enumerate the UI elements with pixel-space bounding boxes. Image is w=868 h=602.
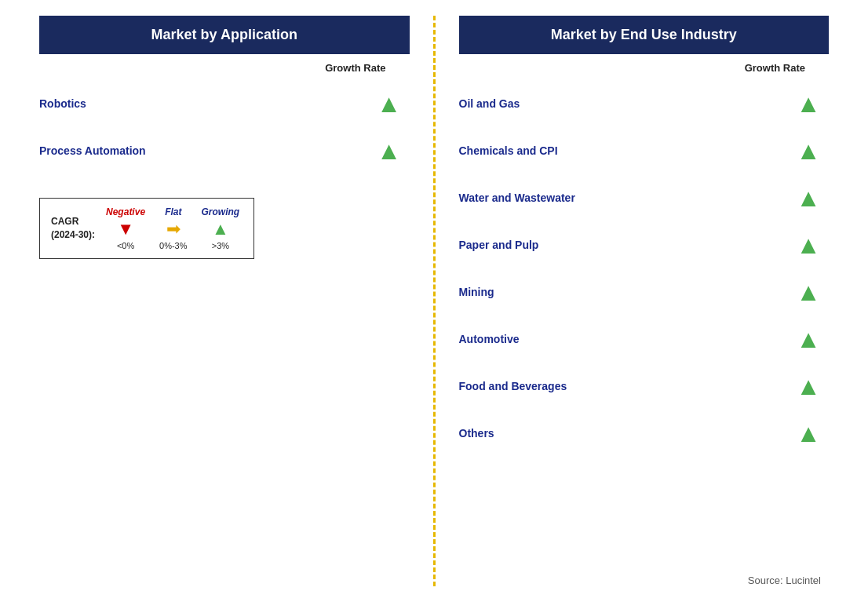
right-row-label: Automotive <box>459 333 520 345</box>
legend-negative-arrow: ▼ <box>117 219 134 239</box>
legend-flat-value: 0%-3% <box>159 241 187 250</box>
right-row-label: Chemicals and CPI <box>459 144 558 157</box>
legend-growing-value: >3% <box>212 241 229 250</box>
right-row-label: Food and Beverages <box>459 380 567 392</box>
right-row-item: Automotive ▲ <box>459 316 830 363</box>
divider <box>433 16 436 586</box>
left-row-label: Robotics <box>39 97 86 110</box>
right-up-arrow-icon: ▲ <box>796 91 821 116</box>
right-row-item: Oil and Gas ▲ <box>459 80 830 127</box>
legend-flat-label: Flat <box>165 206 181 217</box>
right-row-item: Water and Wastewater ▲ <box>459 174 830 221</box>
left-row-item: Robotics ▲ <box>39 80 410 127</box>
legend-growing-arrow: ▲ <box>212 219 229 239</box>
right-up-arrow-icon: ▲ <box>796 185 821 210</box>
left-up-arrow-icon: ▲ <box>377 138 402 163</box>
left-row-label: Process Automation <box>39 144 146 157</box>
right-up-arrow-icon: ▲ <box>796 374 821 399</box>
right-up-arrow-icon: ▲ <box>796 138 821 163</box>
left-panel-header: Market by Application <box>39 16 410 54</box>
legend-flat-arrow: ➡ <box>166 219 181 239</box>
legend-cagr-label: CAGR(2024-30): <box>51 215 95 242</box>
right-row-label: Oil and Gas <box>459 97 520 110</box>
right-row-label: Paper and Pulp <box>459 239 539 251</box>
right-growth-rate-label: Growth Rate <box>459 62 830 74</box>
legend-box: CAGR(2024-30): Negative ▼ <0% Flat ➡ 0%-… <box>39 198 254 259</box>
legend-flat: Flat ➡ 0%-3% <box>159 206 187 250</box>
right-panel: Market by End Use Industry Growth Rate O… <box>443 16 845 586</box>
right-up-arrow-icon: ▲ <box>796 279 821 305</box>
left-items-list: Robotics ▲ Process Automation ▲ <box>39 80 410 174</box>
left-up-arrow-icon: ▲ <box>377 91 402 116</box>
left-row-item: Process Automation ▲ <box>39 127 410 174</box>
right-row-item: Others ▲ <box>459 410 830 457</box>
right-up-arrow-icon: ▲ <box>796 232 821 257</box>
right-row-label: Others <box>459 427 494 440</box>
right-up-arrow-icon: ▲ <box>796 327 821 352</box>
legend-negative: Negative ▼ <0% <box>106 206 145 250</box>
right-row-item: Food and Beverages ▲ <box>459 363 830 410</box>
right-row-item: Mining ▲ <box>459 268 830 316</box>
right-row-item: Chemicals and CPI ▲ <box>459 127 830 174</box>
right-items-list: Oil and Gas ▲ Chemicals and CPI ▲ Water … <box>459 80 830 457</box>
right-row-label: Mining <box>459 286 494 298</box>
legend-growing-label: Growing <box>202 206 240 217</box>
legend-negative-value: <0% <box>117 241 134 250</box>
left-panel: Market by Application Growth Rate Roboti… <box>24 16 425 586</box>
source-label: Source: Lucintel <box>459 559 830 586</box>
right-row-label: Water and Wastewater <box>459 192 575 204</box>
left-growth-rate-label: Growth Rate <box>39 62 410 74</box>
legend-growing: Growing ▲ >3% <box>202 206 240 250</box>
main-container: Market by Application Growth Rate Roboti… <box>0 0 868 602</box>
right-panel-header: Market by End Use Industry <box>459 16 830 54</box>
legend-negative-label: Negative <box>106 206 145 217</box>
right-row-item: Paper and Pulp ▲ <box>459 221 830 268</box>
right-up-arrow-icon: ▲ <box>796 421 821 446</box>
